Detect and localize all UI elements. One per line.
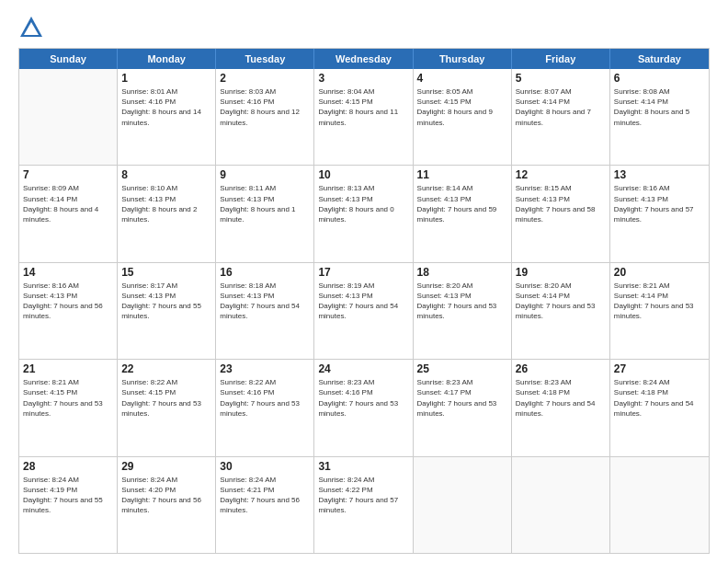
week-row-1: 1Sunrise: 8:01 AM Sunset: 4:16 PM Daylig… <box>19 69 709 166</box>
day-number: 7 <box>23 168 113 181</box>
day-number: 4 <box>417 72 507 85</box>
day-cell-2: 2Sunrise: 8:03 AM Sunset: 4:16 PM Daylig… <box>216 69 314 165</box>
day-number: 13 <box>614 168 705 181</box>
day-number: 21 <box>23 362 113 375</box>
day-cell-20: 20Sunrise: 8:21 AM Sunset: 4:14 PM Dayli… <box>610 263 709 359</box>
day-number: 11 <box>417 168 507 181</box>
day-number: 17 <box>318 266 408 279</box>
header-cell-wednesday: Wednesday <box>314 49 413 69</box>
day-number: 5 <box>516 72 606 85</box>
day-number: 29 <box>121 460 211 473</box>
header-cell-friday: Friday <box>512 49 610 69</box>
day-cell-13: 13Sunrise: 8:16 AM Sunset: 4:13 PM Dayli… <box>610 166 709 261</box>
day-cell-14: 14Sunrise: 8:16 AM Sunset: 4:13 PM Dayli… <box>19 263 118 359</box>
day-info: Sunrise: 8:16 AM Sunset: 4:13 PM Dayligh… <box>23 281 113 322</box>
calendar-header-row: SundayMondayTuesdayWednesdayThursdayFrid… <box>19 49 709 69</box>
day-number: 24 <box>318 362 408 375</box>
day-cell-18: 18Sunrise: 8:20 AM Sunset: 4:13 PM Dayli… <box>414 263 512 359</box>
day-info: Sunrise: 8:19 AM Sunset: 4:13 PM Dayligh… <box>318 281 408 322</box>
day-info: Sunrise: 8:24 AM Sunset: 4:21 PM Dayligh… <box>220 475 310 516</box>
day-info: Sunrise: 8:24 AM Sunset: 4:20 PM Dayligh… <box>121 475 211 516</box>
header-cell-saturday: Saturday <box>610 49 709 69</box>
day-info: Sunrise: 8:01 AM Sunset: 4:16 PM Dayligh… <box>121 86 211 128</box>
day-info: Sunrise: 8:07 AM Sunset: 4:14 PM Dayligh… <box>516 86 606 128</box>
day-number: 10 <box>318 168 408 181</box>
header-cell-monday: Monday <box>118 49 216 69</box>
day-info: Sunrise: 8:24 AM Sunset: 4:18 PM Dayligh… <box>614 377 705 419</box>
day-cell-5: 5Sunrise: 8:07 AM Sunset: 4:14 PM Daylig… <box>512 69 610 165</box>
day-cell-empty-4-5 <box>512 457 610 553</box>
header-cell-sunday: Sunday <box>19 49 118 69</box>
day-number: 26 <box>516 362 606 375</box>
day-info: Sunrise: 8:23 AM Sunset: 4:18 PM Dayligh… <box>516 377 606 419</box>
day-info: Sunrise: 8:21 AM Sunset: 4:15 PM Dayligh… <box>23 377 113 419</box>
day-cell-31: 31Sunrise: 8:24 AM Sunset: 4:22 PM Dayli… <box>314 457 413 553</box>
header-cell-thursday: Thursday <box>414 49 512 69</box>
day-cell-empty-0-0 <box>19 69 118 165</box>
day-cell-6: 6Sunrise: 8:08 AM Sunset: 4:14 PM Daylig… <box>610 69 709 165</box>
day-number: 3 <box>318 72 408 85</box>
day-info: Sunrise: 8:13 AM Sunset: 4:13 PM Dayligh… <box>318 183 408 224</box>
day-cell-27: 27Sunrise: 8:24 AM Sunset: 4:18 PM Dayli… <box>610 360 709 455</box>
day-cell-23: 23Sunrise: 8:22 AM Sunset: 4:16 PM Dayli… <box>216 360 314 455</box>
day-number: 30 <box>220 460 310 473</box>
day-number: 12 <box>516 168 606 181</box>
day-info: Sunrise: 8:23 AM Sunset: 4:17 PM Dayligh… <box>417 377 507 419</box>
day-number: 27 <box>614 362 705 375</box>
day-cell-28: 28Sunrise: 8:24 AM Sunset: 4:19 PM Dayli… <box>19 457 118 553</box>
day-number: 18 <box>417 266 507 279</box>
day-cell-30: 30Sunrise: 8:24 AM Sunset: 4:21 PM Dayli… <box>216 457 314 553</box>
day-number: 2 <box>220 72 310 85</box>
day-info: Sunrise: 8:04 AM Sunset: 4:15 PM Dayligh… <box>318 86 408 128</box>
day-cell-3: 3Sunrise: 8:04 AM Sunset: 4:15 PM Daylig… <box>314 69 413 165</box>
day-cell-22: 22Sunrise: 8:22 AM Sunset: 4:15 PM Dayli… <box>118 360 216 455</box>
day-cell-24: 24Sunrise: 8:23 AM Sunset: 4:16 PM Dayli… <box>314 360 413 455</box>
week-row-5: 28Sunrise: 8:24 AM Sunset: 4:19 PM Dayli… <box>19 457 709 553</box>
day-info: Sunrise: 8:24 AM Sunset: 4:22 PM Dayligh… <box>318 475 408 516</box>
day-info: Sunrise: 8:16 AM Sunset: 4:13 PM Dayligh… <box>614 183 705 224</box>
day-info: Sunrise: 8:24 AM Sunset: 4:19 PM Dayligh… <box>23 475 113 516</box>
day-info: Sunrise: 8:08 AM Sunset: 4:14 PM Dayligh… <box>614 86 705 128</box>
day-info: Sunrise: 8:21 AM Sunset: 4:14 PM Dayligh… <box>614 281 705 322</box>
calendar: SundayMondayTuesdayWednesdayThursdayFrid… <box>18 48 710 554</box>
day-cell-10: 10Sunrise: 8:13 AM Sunset: 4:13 PM Dayli… <box>314 166 413 261</box>
day-number: 6 <box>614 72 705 85</box>
day-info: Sunrise: 8:05 AM Sunset: 4:15 PM Dayligh… <box>417 86 507 128</box>
day-info: Sunrise: 8:09 AM Sunset: 4:14 PM Dayligh… <box>23 183 113 224</box>
day-cell-9: 9Sunrise: 8:11 AM Sunset: 4:13 PM Daylig… <box>216 166 314 261</box>
day-number: 22 <box>121 362 211 375</box>
day-cell-15: 15Sunrise: 8:17 AM Sunset: 4:13 PM Dayli… <box>118 263 216 359</box>
day-number: 31 <box>318 460 408 473</box>
day-number: 19 <box>516 266 606 279</box>
day-cell-11: 11Sunrise: 8:14 AM Sunset: 4:13 PM Dayli… <box>414 166 512 261</box>
day-number: 16 <box>220 266 310 279</box>
day-cell-16: 16Sunrise: 8:18 AM Sunset: 4:13 PM Dayli… <box>216 263 314 359</box>
day-number: 9 <box>220 168 310 181</box>
header <box>18 15 710 40</box>
day-info: Sunrise: 8:03 AM Sunset: 4:16 PM Dayligh… <box>220 86 310 128</box>
day-cell-25: 25Sunrise: 8:23 AM Sunset: 4:17 PM Dayli… <box>414 360 512 455</box>
day-cell-empty-4-6 <box>610 457 709 553</box>
day-number: 20 <box>614 266 705 279</box>
day-info: Sunrise: 8:17 AM Sunset: 4:13 PM Dayligh… <box>121 281 211 322</box>
week-row-2: 7Sunrise: 8:09 AM Sunset: 4:14 PM Daylig… <box>19 166 709 262</box>
logo-icon <box>18 15 44 40</box>
logo <box>18 15 48 40</box>
day-number: 28 <box>23 460 113 473</box>
day-cell-19: 19Sunrise: 8:20 AM Sunset: 4:14 PM Dayli… <box>512 263 610 359</box>
page: SundayMondayTuesdayWednesdayThursdayFrid… <box>0 0 728 563</box>
week-row-4: 21Sunrise: 8:21 AM Sunset: 4:15 PM Dayli… <box>19 360 709 456</box>
day-cell-empty-4-4 <box>414 457 512 553</box>
day-cell-29: 29Sunrise: 8:24 AM Sunset: 4:20 PM Dayli… <box>118 457 216 553</box>
day-cell-17: 17Sunrise: 8:19 AM Sunset: 4:13 PM Dayli… <box>314 263 413 359</box>
day-info: Sunrise: 8:18 AM Sunset: 4:13 PM Dayligh… <box>220 281 310 322</box>
day-info: Sunrise: 8:23 AM Sunset: 4:16 PM Dayligh… <box>318 377 408 419</box>
day-info: Sunrise: 8:20 AM Sunset: 4:14 PM Dayligh… <box>516 281 606 322</box>
day-number: 14 <box>23 266 113 279</box>
day-info: Sunrise: 8:14 AM Sunset: 4:13 PM Dayligh… <box>417 183 507 224</box>
day-cell-1: 1Sunrise: 8:01 AM Sunset: 4:16 PM Daylig… <box>118 69 216 165</box>
day-number: 23 <box>220 362 310 375</box>
day-number: 8 <box>121 168 211 181</box>
day-info: Sunrise: 8:10 AM Sunset: 4:13 PM Dayligh… <box>121 183 211 224</box>
day-cell-26: 26Sunrise: 8:23 AM Sunset: 4:18 PM Dayli… <box>512 360 610 455</box>
